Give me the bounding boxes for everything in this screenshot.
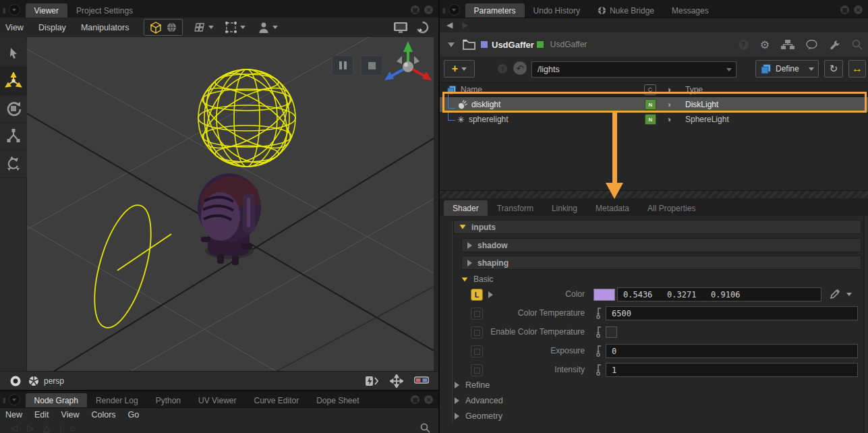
tab-dope-sheet[interactable]: Dope Sheet [308,393,368,407]
home-icon[interactable]: ⌂ [69,423,75,433]
pane-grip-icon[interactable]: ‖ [0,397,7,407]
orbit-tool-button[interactable] [0,150,27,178]
nav-forward-icon[interactable]: ▷ [27,423,34,433]
pane-grip-icon[interactable]: ‖ [0,7,7,18]
translate-tool-button[interactable] [0,67,27,95]
viewer-menu-display[interactable]: Display [38,23,66,32]
animation-curve-icon[interactable] [596,308,602,319]
viewer-process-icon[interactable] [416,21,429,34]
maximize-icon[interactable]: ▣ [411,395,419,404]
marquee-selector[interactable] [225,21,245,34]
maximize-icon[interactable]: ▣ [411,5,419,14]
eyedropper-icon[interactable] [830,289,840,299]
node-color-swatch[interactable] [481,41,488,48]
search-icon[interactable] [852,39,863,50]
history-back-icon[interactable]: ◀ [446,20,453,30]
prim-path-input[interactable] [536,64,726,75]
animation-curve-icon[interactable] [596,326,602,338]
default-value-badge[interactable] [471,364,483,376]
menu-new[interactable]: New [5,410,22,420]
camera-person-selector[interactable] [258,22,278,34]
refresh-button[interactable]: ↻ [824,60,843,78]
menu-go[interactable]: Go [128,410,140,420]
wrench-icon[interactable] [829,39,840,51]
default-value-badge[interactable] [471,308,483,320]
viewer-menu-view[interactable]: View [5,23,24,32]
gear-icon[interactable]: ⚙ [760,38,770,51]
layout-selector[interactable] [194,22,214,34]
maximize-icon[interactable]: ▣ [840,5,849,14]
section-shaping[interactable]: shaping [461,256,861,270]
tab-project-settings[interactable]: Project Settings [67,3,142,18]
node-title[interactable]: UsdGaffer [492,40,534,50]
folder-icon[interactable] [463,39,475,50]
camera-name-label[interactable]: persp [44,376,64,386]
color-value-input[interactable] [622,289,817,300]
tab-python[interactable]: Python [147,393,190,407]
tab-node-graph[interactable]: Node Graph [26,393,87,407]
prim-path-field[interactable] [531,61,736,78]
sync-selection-button[interactable]: ↔ [848,60,866,78]
pane-menu-icon[interactable] [9,4,20,16]
tab-undo-history[interactable]: Undo History [525,3,589,18]
spherelight-wireframe[interactable] [190,58,303,178]
visibility-toggle-icon[interactable]: ◑ [666,115,671,124]
exposure-field[interactable] [606,344,858,358]
tab-render-log[interactable]: Render Log [87,393,147,407]
pane-menu-icon[interactable] [9,394,20,405]
define-dropdown[interactable]: Define [755,60,819,78]
revert-icon[interactable]: ↶ [513,61,527,75]
history-forward-icon[interactable]: ▶ [462,20,468,30]
color-swatch[interactable] [594,289,615,301]
animation-curve-icon[interactable] [596,364,602,376]
tab-messages[interactable]: Messages [663,3,718,18]
close-icon[interactable]: ✕ [424,5,433,14]
scale-tool-button[interactable] [0,123,27,150]
tab-metadata[interactable]: Metadata [587,200,639,216]
pane-grip-icon[interactable]: ‖ [440,7,447,18]
exposure-input[interactable] [610,346,853,357]
3d-cube-icon[interactable] [150,22,162,34]
intensity-input[interactable] [610,365,853,376]
nav-up-icon[interactable]: △ [43,423,50,433]
tab-nuke-bridge[interactable]: Nuke Bridge [589,3,663,18]
tab-linking[interactable]: Linking [543,200,587,216]
eye-icon[interactable] [9,375,22,387]
default-value-badge[interactable] [471,345,483,357]
select-tool-button[interactable] [0,40,27,67]
tab-shader[interactable]: Shader [444,200,488,216]
robot-model[interactable] [198,173,261,265]
stop-button[interactable] [361,55,382,76]
menu-view[interactable]: View [61,410,80,420]
section-geometry[interactable]: Geometry [455,411,502,421]
section-inputs[interactable]: inputs [453,220,861,234]
tab-parameters[interactable]: Parameters [465,3,525,18]
scrollbar-track[interactable] [864,216,868,433]
color-options-caret-icon[interactable] [846,293,852,296]
enable-color-temperature-checkbox[interactable] [606,326,617,338]
pane-menu-icon[interactable] [449,4,460,16]
tab-all-properties[interactable]: All Properties [639,200,704,216]
help-icon[interactable]: ? [739,40,749,50]
tab-transform[interactable]: Transform [488,200,543,216]
3d-viewport[interactable] [27,37,434,371]
search-icon[interactable] [420,423,430,433]
comment-icon[interactable] [806,40,817,50]
close-icon[interactable]: ✕ [854,5,863,14]
globe-icon[interactable] [166,22,177,33]
add-prim-button[interactable]: + [444,60,475,78]
viewer-menu-manipulators[interactable]: Manipulators [81,23,129,32]
display-icon[interactable] [393,22,408,33]
section-refine[interactable]: Refine [455,380,490,390]
nav-back-icon[interactable]: ◁ [11,423,18,433]
intensity-field[interactable] [606,363,858,377]
camera-aperture-icon[interactable] [28,376,39,386]
stereo-glasses-icon[interactable] [414,376,429,385]
rotate-tool-button[interactable] [0,95,27,123]
close-icon[interactable]: ✕ [424,395,433,404]
collapse-node-icon[interactable] [448,42,455,47]
pause-button[interactable] [332,55,353,76]
tab-uv-viewer[interactable]: UV Viewer [190,393,245,407]
help-icon[interactable]: ? [498,64,507,74]
pan-zoom-icon[interactable] [390,374,403,388]
